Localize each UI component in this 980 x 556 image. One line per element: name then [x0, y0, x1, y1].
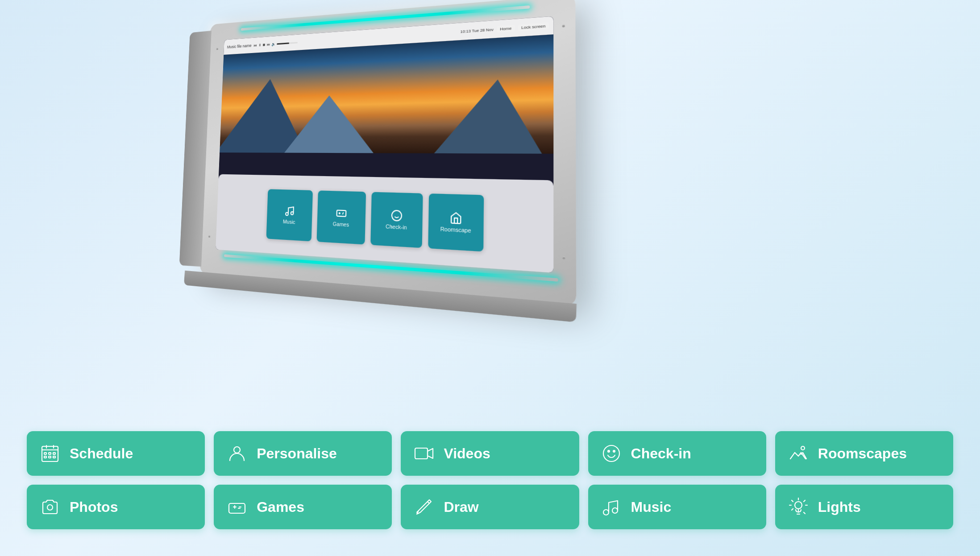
app-tile-checkin[interactable]: Check-in: [370, 192, 423, 248]
app-tile-roomscape-label: Roomscape: [440, 226, 471, 234]
svg-rect-11: [49, 456, 51, 458]
device-body: Music file name ⏮ ⏸ ⏹ ⏭ 🔉 10:13 Tue 28 N…: [200, 0, 577, 306]
menu-label-draw: Draw: [444, 499, 478, 515]
svg-rect-20: [229, 503, 245, 513]
svg-rect-10: [44, 456, 46, 458]
svg-point-13: [234, 447, 240, 453]
svg-point-22: [612, 508, 618, 513]
svg-point-15: [603, 445, 619, 461]
stop-icon: ⏹: [262, 42, 266, 47]
menu-btn-photos[interactable]: Photos: [27, 485, 205, 529]
svg-point-16: [608, 450, 610, 452]
gamepad-icon: [226, 496, 248, 518]
video-icon: [413, 443, 435, 464]
screw: [562, 25, 565, 27]
mountain-mid: [284, 94, 375, 153]
menu-btn-videos[interactable]: Videos: [401, 431, 579, 476]
svg-point-0: [286, 212, 288, 215]
menu-label-music: Music: [631, 499, 672, 515]
menu-btn-personalise[interactable]: Personalise: [214, 431, 392, 476]
app-tile-music-label: Music: [283, 218, 295, 225]
svg-rect-14: [415, 448, 428, 459]
svg-point-18: [801, 446, 805, 450]
music-icon: [601, 496, 622, 518]
svg-point-19: [47, 505, 53, 510]
pause-icon: ⏸: [258, 43, 262, 47]
app-tile-music[interactable]: Music: [266, 189, 313, 241]
light-icon: [788, 496, 809, 518]
svg-point-17: [613, 450, 615, 452]
menu-label-checkin: Check-in: [631, 445, 691, 462]
menu-label-lights: Lights: [818, 499, 861, 515]
app-tile-roomscape[interactable]: Roomscape: [428, 194, 484, 251]
schedule-icon: [39, 443, 61, 464]
clock: 10:13 Tue 28 Nov: [461, 27, 494, 34]
svg-point-3: [391, 210, 401, 221]
next-icon: ⏭: [267, 42, 270, 47]
menu-label-videos: Videos: [444, 445, 490, 462]
music-controls: ⏮ ⏸ ⏹ ⏭ 🔉: [253, 40, 298, 47]
prev-icon: ⏮: [253, 43, 257, 48]
volume-bar: [277, 42, 298, 45]
menu-btn-games[interactable]: Games: [214, 485, 392, 529]
person-icon: [226, 443, 248, 464]
app-tile-checkin-label: Check-in: [386, 223, 407, 230]
smiley-icon: [601, 443, 622, 464]
screw: [562, 256, 565, 259]
svg-rect-8: [49, 453, 51, 454]
device-mockup: Music file name ⏮ ⏸ ⏹ ⏭ 🔉 10:13 Tue 28 N…: [179, 13, 580, 281]
menu-grid: Schedule Personalise Videos Check-in Roo…: [27, 431, 953, 529]
menu-btn-draw[interactable]: Draw: [401, 485, 579, 529]
app-tile-games[interactable]: Games: [317, 190, 366, 244]
music-player: Music file name ⏮ ⏸ ⏹ ⏭ 🔉: [227, 40, 298, 49]
pencil-icon: [413, 496, 435, 518]
menu-btn-checkin[interactable]: Check-in: [588, 431, 766, 476]
menu-label-games: Games: [257, 499, 304, 515]
svg-point-23: [795, 502, 802, 509]
menu-btn-schedule[interactable]: Schedule: [27, 431, 205, 476]
svg-rect-2: [336, 210, 346, 216]
screw: [216, 48, 218, 50]
track-name: Music file name: [227, 43, 252, 49]
vol-down-icon: 🔉: [271, 42, 275, 46]
device-screen: Music file name ⏮ ⏸ ⏹ ⏭ 🔉 10:13 Tue 28 N…: [216, 16, 553, 272]
svg-rect-12: [53, 456, 55, 458]
menu-label-roomscapes: Roomscapes: [818, 445, 907, 462]
app-tile-games-label: Games: [333, 221, 349, 227]
menu-btn-roomscapes[interactable]: Roomscapes: [775, 431, 953, 476]
svg-rect-9: [53, 453, 55, 454]
landscape-image: [220, 34, 553, 154]
topbar-right: 10:13 Tue 28 Nov Home Lock screen: [461, 22, 549, 35]
screw: [208, 235, 211, 238]
svg-point-21: [603, 510, 609, 515]
menu-label-schedule: Schedule: [70, 445, 133, 462]
menu-label-photos: Photos: [70, 499, 118, 515]
menu-btn-music[interactable]: Music: [588, 485, 766, 529]
lock-screen-button[interactable]: Lock screen: [518, 22, 549, 31]
menu-btn-lights[interactable]: Lights: [775, 485, 953, 529]
roomscape-icon: [788, 443, 809, 464]
svg-rect-7: [44, 453, 46, 454]
menu-label-personalise: Personalise: [257, 445, 337, 462]
camera-icon: [39, 496, 61, 518]
svg-point-1: [291, 211, 293, 214]
mountain-right: [434, 78, 542, 154]
home-button[interactable]: Home: [497, 25, 515, 33]
